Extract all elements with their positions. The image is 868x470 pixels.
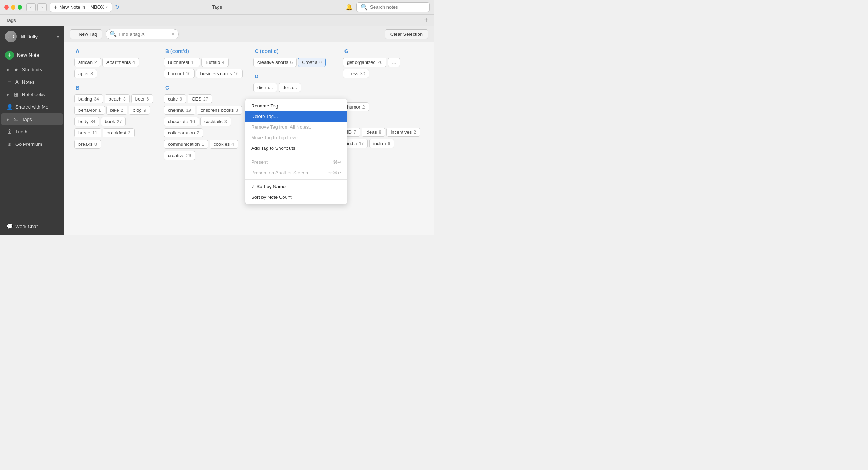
notebooks-expand-icon: ▶ bbox=[7, 92, 10, 96]
tag-body[interactable]: body 34 bbox=[74, 117, 99, 126]
tag-business-cards[interactable]: business cards 16 bbox=[196, 69, 242, 78]
tag-behavior[interactable]: behavior 1 bbox=[74, 106, 105, 115]
tag-apps[interactable]: apps 3 bbox=[74, 69, 97, 78]
shortcuts-expand-icon: ▶ bbox=[7, 68, 10, 72]
tag-baking[interactable]: baking 34 bbox=[74, 94, 103, 103]
tag-bike[interactable]: bike 2 bbox=[106, 106, 128, 115]
col-c-contd-pills: creative shorts 6 Croatia 0 bbox=[253, 58, 334, 69]
tag-african[interactable]: african 2 bbox=[74, 58, 101, 67]
fullscreen-button[interactable] bbox=[18, 5, 22, 10]
tag-ideas[interactable]: ideas 8 bbox=[362, 128, 385, 137]
tab-dropdown-icon[interactable]: ▾ bbox=[106, 5, 108, 9]
sidebar-label-premium: Go Premium bbox=[15, 141, 42, 147]
find-tag-field[interactable]: 🔍 ✕ bbox=[106, 29, 179, 39]
ctx-present-other-label: Present on Another Screen bbox=[251, 170, 308, 175]
notification-icon[interactable]: 🔔 bbox=[346, 4, 353, 11]
avatar-image: JD bbox=[5, 31, 17, 42]
search-input[interactable] bbox=[370, 4, 426, 10]
sidebar: JD Jill Duffy ▾ + New Note ▶ ★ Shortcuts… bbox=[0, 26, 64, 235]
tag-chocolate[interactable]: chocolate 16 bbox=[164, 117, 199, 126]
tag-beach[interactable]: beach 3 bbox=[105, 94, 130, 103]
ctx-add-shortcuts[interactable]: Add Tag to Shortcuts bbox=[245, 143, 347, 153]
tag-chennai[interactable]: chennai 19 bbox=[164, 106, 195, 115]
tag-cake[interactable]: cake 9 bbox=[164, 94, 186, 103]
context-menu: Rename Tag Delete Tag... Remove Tag from… bbox=[245, 99, 347, 204]
sidebar-item-go-premium[interactable]: ⊕ Go Premium bbox=[1, 138, 63, 150]
sidebar-item-work-chat[interactable]: 💬 Work Chat bbox=[5, 221, 59, 231]
ctx-move-label: Move Tag to Top Level bbox=[251, 135, 299, 140]
tag-cookies[interactable]: cookies 4 bbox=[210, 140, 238, 149]
sidebar-label-notebooks: Notebooks bbox=[22, 92, 45, 97]
sidebar-bottom: 💬 Work Chat bbox=[0, 217, 64, 235]
tag-cocktails[interactable]: cocktails 3 bbox=[200, 117, 231, 126]
tag-creative[interactable]: creative 29 bbox=[164, 151, 195, 160]
new-tag-button[interactable]: + New Tag bbox=[70, 29, 102, 39]
tag-creative-shorts[interactable]: creative shorts 6 bbox=[253, 58, 297, 67]
ctx-delete-label: Delete Tag... bbox=[251, 114, 278, 119]
premium-icon: ⊕ bbox=[7, 141, 12, 147]
col-humor-pills: humor 2 bbox=[343, 102, 424, 114]
shared-icon: 👤 bbox=[7, 104, 12, 110]
new-note-tab[interactable]: + New Note in _INBOX ▾ bbox=[50, 3, 112, 12]
add-tag-plus-icon[interactable]: + bbox=[424, 16, 428, 24]
tag-incentives[interactable]: incentives 2 bbox=[386, 128, 420, 137]
tag-breakfast[interactable]: breakfast 2 bbox=[103, 128, 135, 137]
clear-selection-button[interactable]: Clear Selection bbox=[385, 29, 428, 39]
tag-childrens-books[interactable]: childrens books 3 bbox=[197, 106, 242, 115]
find-tag-input[interactable] bbox=[119, 31, 169, 37]
tag-burnout[interactable]: burnout 10 bbox=[164, 69, 195, 78]
user-profile[interactable]: JD Jill Duffy ▾ bbox=[0, 26, 64, 47]
ctx-sort-count[interactable]: Sort by Note Count bbox=[245, 192, 347, 202]
tag-buffalo[interactable]: Buffalo 4 bbox=[201, 58, 229, 67]
find-tag-clear-icon[interactable]: ✕ bbox=[171, 32, 175, 37]
titlebar-right: 🔔 🔍 bbox=[346, 2, 430, 12]
tag-book[interactable]: book 27 bbox=[101, 117, 126, 126]
ctx-rename-label: Rename Tag bbox=[251, 103, 278, 109]
tag-blog[interactable]: blog 9 bbox=[129, 106, 150, 115]
sidebar-label-trash: Trash bbox=[15, 129, 27, 134]
sidebar-item-trash[interactable]: 🗑 Trash bbox=[1, 126, 63, 137]
tag-bread[interactable]: bread 11 bbox=[74, 128, 101, 137]
ctx-delete[interactable]: Delete Tag... bbox=[245, 111, 347, 122]
sidebar-item-shared[interactable]: 👤 Shared with Me bbox=[1, 101, 63, 113]
sidebar-item-tags[interactable]: ▶ 🏷 Tags bbox=[1, 113, 63, 125]
tag-apartments[interactable]: Apartments 4 bbox=[102, 58, 139, 67]
work-chat-icon: 💬 bbox=[7, 223, 12, 229]
col-b-pills: baking 34 beach 3 beer 6 behavior 1 bike… bbox=[74, 94, 155, 151]
col-a-pills: african 2 Apartments 4 apps 3 bbox=[74, 58, 155, 80]
refresh-icon[interactable]: ↻ bbox=[115, 4, 120, 11]
sidebar-item-shortcuts[interactable]: ▶ ★ Shortcuts bbox=[1, 64, 63, 75]
tag-breaks[interactable]: breaks 8 bbox=[74, 140, 101, 149]
content-toolbar: + New Tag 🔍 ✕ Clear Selection bbox=[64, 26, 434, 42]
secondbar: Tags + bbox=[0, 15, 434, 26]
tag-dona[interactable]: dona... bbox=[279, 83, 301, 92]
column-g: G get organized 20 ... ...ess 30 humor 2… bbox=[339, 48, 428, 229]
forward-button[interactable]: › bbox=[37, 3, 47, 11]
tag-bucharest[interactable]: Bucharest 11 bbox=[164, 58, 200, 67]
close-button[interactable] bbox=[4, 5, 9, 10]
ctx-sort-name[interactable]: ✓ Sort by Name bbox=[245, 181, 347, 192]
tag-g2[interactable]: ... bbox=[388, 58, 400, 67]
ctx-rename[interactable]: Rename Tag bbox=[245, 101, 347, 111]
tag-collaboration[interactable]: collaboration 7 bbox=[164, 128, 203, 137]
username: Jill Duffy bbox=[20, 34, 54, 39]
ctx-remove-from-all: Remove Tag from All Notes... bbox=[245, 122, 347, 132]
sidebar-item-all-notes[interactable]: ≡ All Notes bbox=[1, 76, 63, 88]
sidebar-item-notebooks[interactable]: ▶ ▦ Notebooks bbox=[1, 88, 63, 100]
tag-get-organized[interactable]: get organized 20 bbox=[343, 58, 386, 67]
minimize-button[interactable] bbox=[11, 5, 15, 10]
tab-plus-icon: + bbox=[54, 4, 57, 11]
tag-croatia[interactable]: Croatia 0 bbox=[298, 58, 326, 67]
ctx-add-shortcuts-label: Add Tag to Shortcuts bbox=[251, 145, 295, 151]
new-note-button[interactable]: + New Note bbox=[0, 47, 64, 63]
search-bar[interactable]: 🔍 bbox=[356, 2, 430, 12]
tag-g3[interactable]: ...ess 30 bbox=[343, 69, 369, 78]
tag-communication[interactable]: communication 1 bbox=[164, 140, 208, 149]
back-button[interactable]: ‹ bbox=[26, 3, 36, 11]
tag-beer[interactable]: beer 6 bbox=[131, 94, 153, 103]
tag-distra[interactable]: distra... bbox=[253, 83, 277, 92]
tag-indian[interactable]: indian 6 bbox=[369, 139, 394, 148]
col-header-b-contd: B (cont'd) bbox=[164, 48, 245, 54]
ctx-move-top: Move Tag to Top Level bbox=[245, 132, 347, 143]
tag-ces[interactable]: CES 27 bbox=[188, 94, 212, 103]
